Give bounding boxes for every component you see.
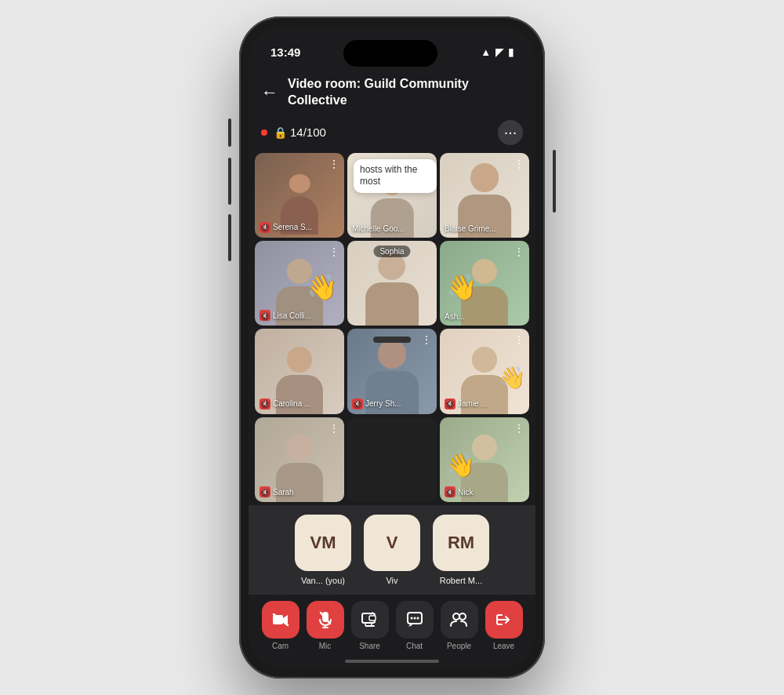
nick-name-text: Nick <box>458 488 473 497</box>
cam-icon <box>262 601 299 639</box>
video-cell-sarah[interactable]: ⋮ 🔇 Sarah <box>255 417 344 502</box>
video-cell-carolina[interactable]: 🔇 Carolina ... <box>255 329 344 413</box>
home-bar <box>345 660 439 663</box>
cell-menu-serena[interactable]: ⋮ <box>328 158 339 170</box>
phone-frame: 13:49 ▲ ◤ ▮ ← Video room: Guild Communit… <box>239 16 545 679</box>
mute-icon-jamie: 🔇 <box>445 398 456 409</box>
video-cell-michelle[interactable]: hosts with the most ⋮ Michelle Goo... <box>347 153 437 238</box>
vm-label: Van... (you) <box>301 576 345 585</box>
status-bar: 13:49 ▲ ◤ ▮ <box>249 26 535 67</box>
tooltip-bubble: hosts with the most <box>354 159 437 193</box>
sophia-name-text: Sophia <box>379 247 404 256</box>
cam-label: Cam <box>272 642 289 650</box>
people-label: People <box>447 642 471 650</box>
header-bar: ← Video room: Guild Community Collective <box>249 67 535 115</box>
status-icons: ▲ ◤ ▮ <box>481 46 514 58</box>
cell-menu-jamie[interactable]: ⋮ <box>514 333 524 346</box>
waiting-participants-row: VM Van... (you) V Viv RM Robert M... <box>249 505 535 595</box>
live-indicator <box>261 129 267 136</box>
cell-label-sarah: 🔇 Sarah <box>260 486 294 497</box>
mic-label: Mic <box>319 642 332 650</box>
rm-label: Robert M... <box>440 576 482 585</box>
power-button[interactable] <box>553 150 556 213</box>
video-cell-nick[interactable]: 👋 ⋮ 🔇 Nick <box>440 417 529 502</box>
dynamic-island <box>343 40 437 67</box>
ellipsis-icon: ··· <box>504 123 517 141</box>
leave-label: Leave <box>493 642 514 650</box>
video-grid: ⋮ 🔇 Serena S... hosts with the most ⋮ <box>249 150 535 505</box>
svg-point-11 <box>410 617 412 620</box>
more-options-button[interactable]: ··· <box>498 120 523 145</box>
svg-point-14 <box>453 613 459 620</box>
leave-button[interactable]: Leave <box>485 601 523 650</box>
mute-icon-serena: 🔇 <box>260 222 270 233</box>
mute-icon-carolina: 🔇 <box>260 398 270 409</box>
video-cell-sophia[interactable]: Sophia <box>347 241 437 326</box>
chat-icon <box>396 601 434 639</box>
video-cell-empty <box>347 417 437 502</box>
share-label: Share <box>359 642 380 650</box>
waiting-person-vm: VM Van... (you) <box>295 515 351 585</box>
michelle-name-text: Michelle Goo... <box>352 224 405 233</box>
mute-icon-sarah: 🔇 <box>260 486 270 497</box>
ash-name-text: Ash... <box>445 312 465 321</box>
mute-icon-lisa: 🔇 <box>260 310 270 321</box>
mute-icon-nick: 🔇 <box>445 486 456 497</box>
cell-label-blaise: Blaise Grime... <box>445 224 496 233</box>
silent-button[interactable] <box>228 214 231 261</box>
cell-label-nick: 🔇 Nick <box>445 486 473 497</box>
back-button[interactable]: ← <box>261 82 278 103</box>
svg-point-12 <box>413 617 416 620</box>
wifi-icon: ▲ <box>481 46 491 58</box>
cell-menu-lisa[interactable]: ⋮ <box>328 246 339 258</box>
jerry-name-text: Jerry Sh... <box>365 399 401 408</box>
cell-menu-nick[interactable]: ⋮ <box>514 422 524 435</box>
video-cell-blaise[interactable]: ⋮ Blaise Grime... <box>440 153 529 238</box>
signal-icon: ◤ <box>495 46 503 58</box>
lock-icon: 🔒 <box>274 126 287 139</box>
svg-rect-9 <box>369 616 376 620</box>
cell-menu-jerry[interactable]: ⋮ <box>421 333 432 346</box>
lisa-name-text: Lisa Colli... <box>273 311 311 320</box>
video-cell-jerry[interactable]: ⋮ 🔇 Jerry Sh... <box>347 329 437 413</box>
video-cell-jamie[interactable]: 👋 ⋮ 🔇 Jamie ... <box>440 329 529 413</box>
blaise-name-text: Blaise Grime... <box>445 224 496 233</box>
waiting-person-v: V Viv <box>364 515 420 585</box>
cam-button[interactable]: Cam <box>262 601 299 650</box>
svg-point-15 <box>459 613 466 620</box>
home-indicator <box>249 653 535 669</box>
chat-button[interactable]: Chat <box>396 601 434 650</box>
sarah-name-text: Sarah <box>273 488 294 497</box>
serena-name-text: Serena S... <box>273 223 312 231</box>
cell-label-michelle: Michelle Goo... <box>352 224 405 233</box>
people-button[interactable]: People <box>441 601 478 650</box>
phone-screen: 13:49 ▲ ◤ ▮ ← Video room: Guild Communit… <box>249 26 535 669</box>
leave-icon <box>485 601 523 639</box>
v-label: Viv <box>386 576 397 585</box>
volume-down-button[interactable] <box>228 158 231 205</box>
avatar-v: V <box>364 515 420 571</box>
people-icon <box>441 601 478 639</box>
room-info-bar: 🔒 14/100 ··· <box>249 115 535 150</box>
cell-menu-sarah[interactable]: ⋮ <box>328 422 339 435</box>
share-icon <box>351 601 389 639</box>
mic-button[interactable]: Mic <box>307 601 344 650</box>
video-cell-lisa[interactable]: 👋 ⋮ 🔇 Lisa Colli... <box>255 241 344 326</box>
tooltip-text: hosts with the most <box>360 164 417 187</box>
v-initials: V <box>387 533 398 553</box>
svg-point-13 <box>416 617 419 620</box>
cell-menu-ash[interactable]: ⋮ <box>514 246 524 258</box>
carolina-name-text: Carolina ... <box>273 399 310 408</box>
cell-menu-blaise[interactable]: ⋮ <box>514 158 524 170</box>
battery-icon: ▮ <box>508 46 514 58</box>
room-title: Video room: Guild Community Collective <box>288 76 523 109</box>
share-button[interactable]: Share <box>351 601 389 650</box>
video-cell-serena[interactable]: ⋮ 🔇 Serena S... <box>255 153 344 238</box>
waiting-person-rm: RM Robert M... <box>433 515 489 585</box>
volume-up-button[interactable] <box>228 118 231 147</box>
cell-label-jerry: 🔇 Jerry Sh... <box>352 398 401 409</box>
chat-label: Chat <box>406 642 423 650</box>
rm-initials: RM <box>448 533 474 553</box>
mic-icon <box>307 601 344 639</box>
video-cell-ash[interactable]: 👋 ⋮ Ash... <box>440 241 529 326</box>
